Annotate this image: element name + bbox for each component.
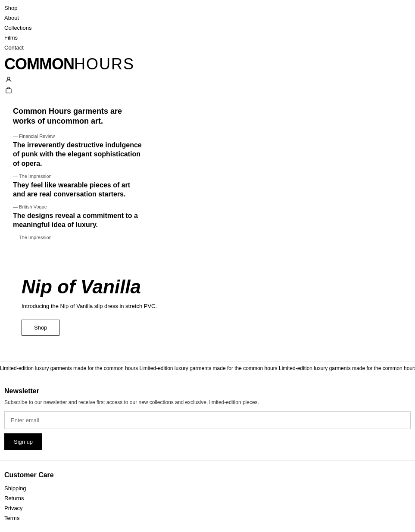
nav-item-shop[interactable]: Shop: [4, 3, 415, 12]
divider-1: [0, 460, 415, 461]
quote-text-3: The designs reveal a commitment to a mea…: [13, 211, 142, 230]
signup-button[interactable]: Sign up: [4, 433, 42, 450]
feature-subtitle: Introducing the Nip of Vanilla slip dres…: [22, 303, 415, 309]
newsletter-description: Subscribe to our newsletter and receive …: [4, 399, 411, 405]
logo-light: HOURS: [74, 55, 134, 73]
nav-item-collections[interactable]: Collections: [4, 23, 415, 32]
nav-item-films[interactable]: Films: [4, 33, 415, 42]
quote-text-1: The irreverently destructive indulgence …: [13, 140, 142, 168]
ticker-bar: Limited-edition luxury garments made for…: [0, 361, 415, 375]
customer-care-section: Customer Care ShippingReturnsPrivacyTerm…: [0, 463, 415, 532]
ticker-text: Limited-edition luxury garments made for…: [0, 365, 415, 371]
quotes-section: Common Hours garments are works of uncom…: [0, 98, 147, 250]
customer-care-link-returns[interactable]: Returns: [4, 493, 411, 503]
header-icons: [0, 74, 415, 98]
logo-bold: COMMON: [4, 55, 74, 73]
quote-source-2: — The Impression: [13, 174, 142, 179]
customer-care-link-shipping[interactable]: Shipping: [4, 483, 411, 493]
user-icon[interactable]: [4, 75, 13, 84]
newsletter-title: Newsletter: [4, 387, 411, 395]
svg-rect-1: [6, 89, 11, 93]
email-input[interactable]: [4, 411, 411, 429]
customer-care-links: ShippingReturnsPrivacyTerms: [4, 483, 411, 523]
quote-source-4: — The Impression: [13, 235, 142, 240]
main-nav: ShopAboutCollectionsFilmsContact: [0, 0, 415, 52]
quote-source-1: — Financial Review: [13, 134, 142, 139]
customer-care-link-terms[interactable]: Terms: [4, 513, 411, 523]
customer-care-link-privacy[interactable]: Privacy: [4, 503, 411, 513]
feature-section: Nip of Vanilla Introducing the Nip of Va…: [0, 250, 415, 353]
customer-care-title: Customer Care: [4, 471, 411, 479]
quote-source-3: — British Vogue: [13, 204, 142, 209]
shop-button[interactable]: Shop: [22, 320, 59, 336]
bag-icon[interactable]: [4, 86, 13, 94]
quote-text-2: They feel like wearable pieces of art an…: [13, 180, 142, 199]
nav-item-about[interactable]: About: [4, 13, 415, 22]
newsletter-section: Newsletter Subscribe to our newsletter a…: [0, 375, 415, 459]
nav-item-contact[interactable]: Contact: [4, 43, 415, 52]
svg-point-0: [7, 77, 10, 80]
tagline: Common Hours garments are works of uncom…: [13, 106, 142, 127]
logo-area: COMMONHOURS: [0, 52, 415, 74]
feature-title: Nip of Vanilla: [22, 276, 415, 298]
